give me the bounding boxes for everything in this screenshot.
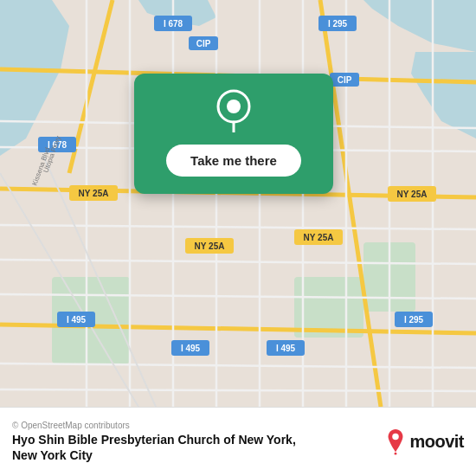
- map-svg: I 678 I 678 I 295 I 295 I 495 I 495 I 49…: [0, 0, 476, 407]
- map-attribution: © OpenStreetMap contributors: [12, 421, 296, 430]
- moovit-text: moovit: [409, 432, 464, 452]
- svg-text:I 295: I 295: [328, 19, 348, 29]
- bottom-bar: © OpenStreetMap contributors Hyo Shin Bi…: [0, 407, 476, 476]
- take-me-there-button[interactable]: Take me there: [166, 145, 301, 177]
- location-pin-icon: [212, 89, 255, 132]
- svg-text:CIP: CIP: [338, 75, 352, 85]
- moovit-logo: moovit: [385, 429, 464, 455]
- svg-text:NY 25A: NY 25A: [195, 241, 225, 251]
- svg-text:NY 25A: NY 25A: [304, 233, 334, 242]
- bottom-bar-info: © OpenStreetMap contributors Hyo Shin Bi…: [12, 421, 296, 463]
- svg-point-57: [393, 433, 400, 440]
- svg-point-56: [227, 100, 241, 113]
- svg-text:NY 25A: NY 25A: [79, 189, 109, 198]
- app-container: I 678 I 678 I 295 I 295 I 495 I 495 I 49…: [0, 0, 476, 476]
- svg-text:I 495: I 495: [276, 344, 296, 353]
- svg-text:I 495: I 495: [181, 344, 201, 353]
- svg-text:CIP: CIP: [196, 39, 211, 48]
- svg-point-58: [395, 452, 397, 454]
- map-area: I 678 I 678 I 295 I 295 I 495 I 495 I 49…: [0, 0, 476, 407]
- svg-text:NY 25A: NY 25A: [397, 190, 428, 199]
- popup-card: Take me there: [134, 74, 333, 194]
- svg-text:I 295: I 295: [404, 315, 424, 325]
- moovit-pin-icon: [385, 429, 406, 455]
- svg-text:I 678: I 678: [164, 19, 183, 29]
- place-name: Hyo Shin Bible Presbyterian Church of Ne…: [12, 432, 296, 463]
- svg-text:I 495: I 495: [67, 315, 87, 325]
